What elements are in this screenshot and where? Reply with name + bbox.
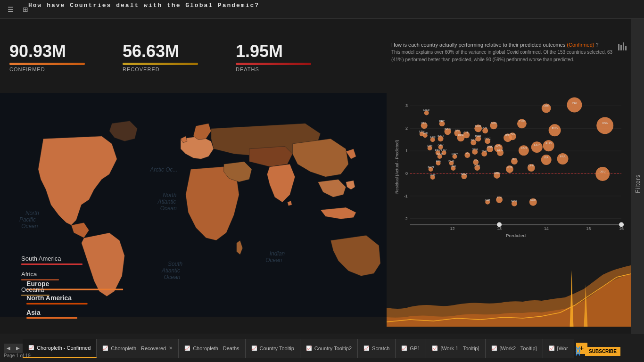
svg-text:0: 0 [405,171,408,176]
region-south-america[interactable]: South America [21,255,83,265]
svg-rect-19 [618,44,619,50]
svg-text:LBY: LBY [441,149,446,152]
tab-scratch[interactable]: 📈 Scratch [358,339,396,358]
svg-text:NOR: NOR [511,200,518,203]
svg-text:MAR: MAR [423,109,430,112]
tab-bar: ◀ ▶ 📈 Choropleth - Confirmed 📈 Choroplet… [0,334,644,362]
deaths-value: 1.95M [236,41,311,61]
svg-text:ARF: ARF [430,136,436,139]
svg-text:ALB: ALB [485,198,490,201]
svg-text:IRL: IRL [474,158,479,161]
svg-text:13: 13 [497,226,502,231]
svg-rect-16 [26,303,87,304]
svg-text:DEU: DEU [600,170,606,173]
chart-type-icon[interactable] [618,41,627,53]
svg-text:Predicted: Predicted [506,233,526,238]
svg-text:ISR: ISR [512,157,517,160]
world-map[interactable]: North Pacific Ocean Arctic Oc... North A… [0,76,387,334]
svg-text:Atlantic: Atlantic [157,198,176,205]
tab-country-tooltip2[interactable]: 📈 Country Tooltip2 [300,339,358,358]
svg-text:SGP: SGP [437,153,443,156]
svg-text:BGD: BGD [445,128,451,131]
svg-text:15: 15 [586,226,591,231]
svg-text:North: North [25,210,39,216]
svg-text:BGR: BGR [475,135,482,138]
region-south-america-bar [21,263,83,265]
recovered-stat: 56.63M Recovered [123,41,198,72]
svg-text:16: 16 [619,226,624,231]
tab-gp1[interactable]: 📈 GP1 [396,339,426,358]
stats-row: 90.93M Confirmed 56.63M Recovered 1.95M … [0,38,387,76]
region-africa[interactable]: Africa [21,271,83,280]
tab-work2-tooltip[interactable]: 📈 [Work2 - Tooltip] [486,339,543,358]
svg-text:PAK: PAK [455,129,461,132]
svg-text:-2: -2 [404,216,408,221]
confirmed-label: Confirmed [9,66,85,72]
svg-text:CAN: CAN [521,147,527,149]
chart-title-text: How is each country actually performing … [391,42,599,48]
tab-choropleth-deaths[interactable]: 📈 Choropleth - Deaths [179,339,245,358]
tab-close-recovered[interactable]: ✕ [169,346,173,351]
tab-icon-recovered: 📈 [102,346,108,351]
svg-text:FRA: FRA [560,155,566,158]
tab-icon-tooltip: 📈 [251,346,257,351]
svg-text:PRT: PRT [439,120,445,123]
scatter-plot: Residual (Actual - Predicted) 3 2 1 0 -1… [391,75,626,258]
svg-text:DIM: DIM [427,144,432,147]
svg-text:PER: PER [458,134,464,137]
tab-wor[interactable]: 📈 [Wor [543,339,574,358]
tab-choropleth-recovered[interactable]: 📈 Choropleth - Recovered ✕ [97,339,179,358]
svg-text:HUN: HUN [497,149,504,152]
svg-text:PHL: PHL [421,122,427,124]
svg-text:Pacific: Pacific [19,216,36,223]
svg-text:LVA: LVA [436,159,440,162]
main-content: 90.93M Confirmed 56.63M Recovered 1.95M … [0,19,631,334]
tab-country-tooltip[interactable]: 📈 Country Tooltip [246,339,300,358]
tab-label-scratch: Scratch [372,346,389,351]
svg-point-46 [619,222,624,227]
svg-text:GRC: GRC [494,172,500,174]
svg-text:AZD: AZD [438,143,444,146]
region-africa-bar [21,279,59,280]
tab-next-button[interactable]: ▶ [13,344,23,353]
tab-prev-button[interactable]: ◀ [4,344,13,353]
svg-point-153 [595,167,610,181]
svg-rect-18 [26,317,77,319]
svg-text:12: 12 [450,226,454,231]
svg-text:VE: VE [465,151,469,154]
dna-icon [573,346,583,356]
svg-text:CHE: CHE [528,164,535,167]
svg-text:GRI: GRI [422,132,428,134]
chart-description: This model explains over 60% of the vari… [391,49,612,62]
svg-text:POL: POL [510,132,516,135]
svg-text:KEN: KEN [448,159,454,162]
tab-icon-wor: 📈 [549,346,554,351]
svg-text:SAU: SAU [495,144,501,147]
svg-text:TUR: TUR [519,120,525,123]
region-oceania[interactable]: Oceania [21,286,83,296]
tab-choropleth-confirmed[interactable]: 📈 Choropleth - Confirmed [23,339,97,358]
svg-text:KWT: KWT [452,153,458,156]
tab-label-work2: [Work2 - Tooltip] [500,346,537,351]
deaths-label: Deaths [236,66,311,72]
svg-text:CCL: CCL [482,127,488,130]
menu-icon[interactable]: ☰ [4,3,17,16]
svg-text:Ocean: Ocean [160,205,177,212]
tab-label-wor: [Wor [557,346,568,351]
svg-text:14: 14 [544,226,549,231]
filters-panel[interactable]: Filters [631,19,644,349]
tab-label-choropleth-recovered: Choropleth - Recovered [111,346,166,351]
svg-text:ARG: ARG [491,122,497,124]
subscribe-button[interactable]: SUBSCRIBE [585,347,620,356]
svg-text:Ocean: Ocean [21,223,38,230]
region-africa-label: Africa [21,271,83,278]
svg-text:USA: USA [602,122,608,124]
recovered-value: 56.63M [123,41,198,61]
svg-point-121 [549,124,561,136]
tab-icon-gp1: 📈 [401,346,407,351]
tab-work1-tooltip[interactable]: 📈 [Work 1 - Tooltip] [426,339,485,358]
svg-text:FIN: FIN [497,196,502,199]
svg-point-123 [596,117,613,134]
svg-text:CHL: CHL [463,131,470,134]
svg-text:North: North [163,192,176,198]
